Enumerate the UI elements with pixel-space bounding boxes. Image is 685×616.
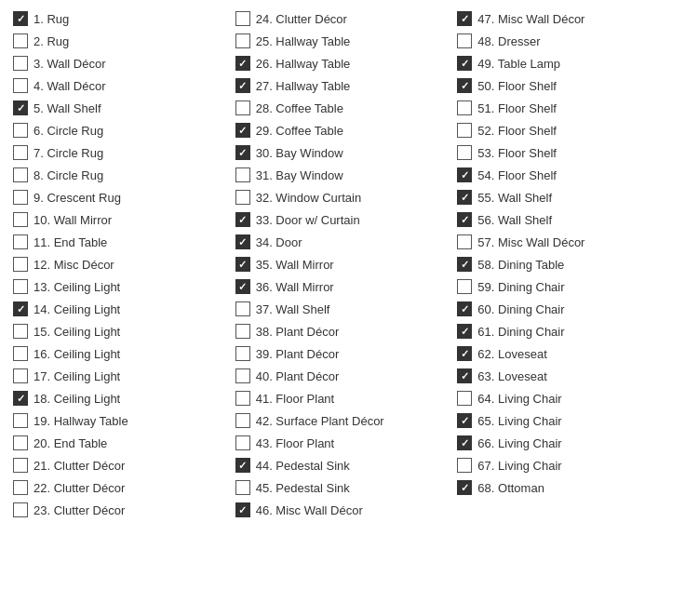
list-item[interactable]: 46. Misc Wall Décor [232, 499, 454, 521]
list-item[interactable]: 39. Plant Décor [232, 342, 454, 365]
list-item[interactable]: 32. Window Curtain [232, 186, 454, 208]
list-item[interactable]: 43. Floor Plant [232, 432, 454, 454]
list-item[interactable]: 68. Ottoman [453, 476, 676, 499]
checkbox[interactable] [457, 234, 472, 249]
list-item[interactable]: 59. Dining Chair [453, 275, 676, 298]
checkbox[interactable] [13, 190, 28, 205]
list-item[interactable]: 7. Circle Rug [9, 141, 232, 164]
list-item[interactable]: 45. Pedestal Sink [232, 476, 454, 499]
list-item[interactable]: 37. Wall Shelf [232, 298, 454, 320]
list-item[interactable]: 35. Wall Mirror [232, 253, 454, 275]
checkbox[interactable] [457, 324, 472, 339]
list-item[interactable]: 29. Coffee Table [232, 119, 454, 141]
list-item[interactable]: 55. Wall Shelf [453, 186, 676, 208]
checkbox[interactable] [13, 78, 28, 93]
checkbox[interactable] [457, 368, 472, 383]
checkbox[interactable] [13, 145, 28, 160]
list-item[interactable]: 33. Door w/ Curtain [232, 208, 454, 231]
list-item[interactable]: 52. Floor Shelf [453, 119, 676, 141]
checkbox[interactable] [457, 56, 472, 71]
checkbox[interactable] [235, 324, 250, 339]
checkbox[interactable] [235, 100, 250, 115]
list-item[interactable]: 64. Living Chair [453, 387, 676, 409]
checkbox[interactable] [13, 257, 28, 272]
checkbox[interactable] [13, 100, 28, 115]
list-item[interactable]: 21. Clutter Décor [9, 454, 232, 476]
list-item[interactable]: 28. Coffee Table [232, 97, 454, 119]
list-item[interactable]: 58. Dining Table [453, 253, 676, 275]
list-item[interactable]: 67. Living Chair [453, 454, 676, 476]
checkbox[interactable] [235, 212, 250, 227]
list-item[interactable]: 6. Circle Rug [9, 119, 232, 141]
list-item[interactable]: 17. Ceiling Light [9, 365, 232, 387]
checkbox[interactable] [235, 234, 250, 249]
list-item[interactable]: 27. Hallway Table [232, 74, 454, 97]
checkbox[interactable] [13, 301, 28, 316]
list-item[interactable]: 34. Door [232, 231, 454, 253]
checkbox[interactable] [457, 413, 472, 428]
list-item[interactable]: 30. Bay Window [232, 141, 454, 164]
list-item[interactable]: 19. Hallway Table [9, 409, 232, 432]
list-item[interactable]: 10. Wall Mirror [9, 208, 232, 231]
checkbox[interactable] [235, 279, 250, 294]
checkbox[interactable] [235, 123, 250, 138]
list-item[interactable]: 36. Wall Mirror [232, 275, 454, 298]
list-item[interactable]: 4. Wall Décor [9, 74, 232, 97]
list-item[interactable]: 5. Wall Shelf [9, 97, 232, 119]
checkbox[interactable] [235, 56, 250, 71]
list-item[interactable]: 51. Floor Shelf [453, 97, 676, 119]
list-item[interactable]: 11. End Table [9, 231, 232, 253]
checkbox[interactable] [13, 324, 28, 339]
checkbox[interactable] [13, 11, 28, 26]
list-item[interactable]: 57. Misc Wall Décor [453, 231, 676, 253]
checkbox[interactable] [457, 391, 472, 406]
checkbox[interactable] [457, 435, 472, 450]
checkbox[interactable] [457, 257, 472, 272]
list-item[interactable]: 25. Hallway Table [232, 30, 454, 52]
checkbox[interactable] [457, 279, 472, 294]
checkbox[interactable] [13, 502, 28, 517]
list-item[interactable]: 38. Plant Décor [232, 320, 454, 342]
checkbox[interactable] [457, 11, 472, 26]
list-item[interactable]: 22. Clutter Décor [9, 476, 232, 499]
list-item[interactable]: 42. Surface Plant Décor [232, 409, 454, 432]
list-item[interactable]: 20. End Table [9, 432, 232, 454]
list-item[interactable]: 41. Floor Plant [232, 387, 454, 409]
checkbox[interactable] [13, 391, 28, 406]
list-item[interactable]: 53. Floor Shelf [453, 141, 676, 164]
checkbox[interactable] [13, 234, 28, 249]
list-item[interactable]: 48. Dresser [453, 30, 676, 52]
checkbox[interactable] [235, 413, 250, 428]
checkbox[interactable] [235, 11, 250, 26]
list-item[interactable]: 44. Pedestal Sink [232, 454, 454, 476]
list-item[interactable]: 24. Clutter Décor [232, 7, 454, 30]
checkbox[interactable] [13, 413, 28, 428]
list-item[interactable]: 49. Table Lamp [453, 52, 676, 74]
checkbox[interactable] [13, 123, 28, 138]
checkbox[interactable] [235, 167, 250, 182]
checkbox[interactable] [457, 346, 472, 361]
list-item[interactable]: 31. Bay Window [232, 164, 454, 186]
list-item[interactable]: 54. Floor Shelf [453, 164, 676, 186]
list-item[interactable]: 60. Dining Chair [453, 298, 676, 320]
list-item[interactable]: 3. Wall Décor [9, 52, 232, 74]
list-item[interactable]: 18. Ceiling Light [9, 387, 232, 409]
checkbox[interactable] [235, 257, 250, 272]
checkbox[interactable] [457, 100, 472, 115]
checkbox[interactable] [457, 78, 472, 93]
checkbox[interactable] [13, 279, 28, 294]
list-item[interactable]: 13. Ceiling Light [9, 275, 232, 298]
checkbox[interactable] [457, 458, 472, 473]
list-item[interactable]: 66. Living Chair [453, 432, 676, 454]
checkbox[interactable] [457, 301, 472, 316]
checkbox[interactable] [235, 346, 250, 361]
checkbox[interactable] [13, 435, 28, 450]
checkbox[interactable] [235, 368, 250, 383]
list-item[interactable]: 23. Clutter Décor [9, 499, 232, 521]
checkbox[interactable] [235, 502, 250, 517]
list-item[interactable]: 14. Ceiling Light [9, 298, 232, 320]
list-item[interactable]: 2. Rug [9, 30, 232, 52]
checkbox[interactable] [235, 145, 250, 160]
checkbox[interactable] [235, 435, 250, 450]
checkbox[interactable] [457, 190, 472, 205]
